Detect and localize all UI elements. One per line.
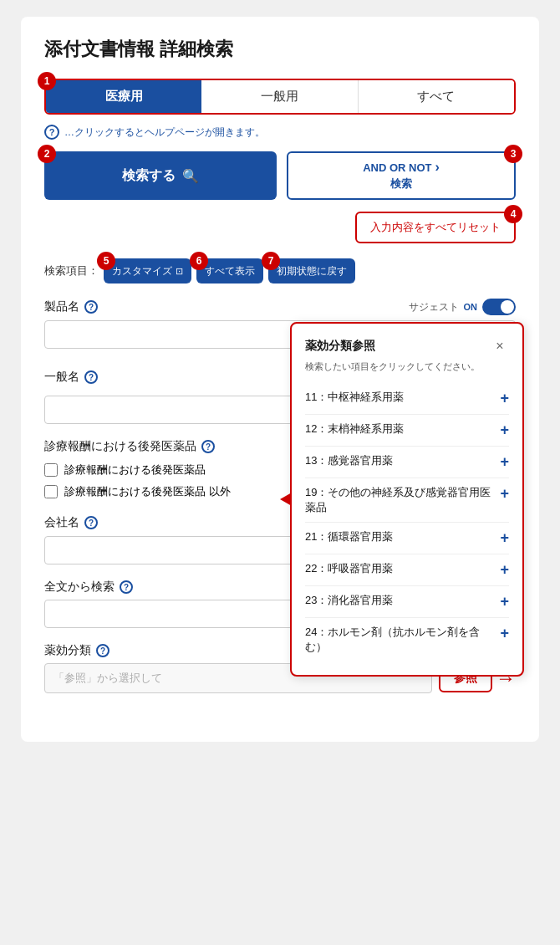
popup-item[interactable]: 13：感覚器官用薬+ <box>305 447 509 478</box>
popup-item[interactable]: 22：呼吸器官用薬+ <box>305 554 509 586</box>
popup-header: 薬効分類参照 × <box>305 337 509 355</box>
reset-button[interactable]: 入力内容をすべてリセット <box>355 212 516 243</box>
and-or-label1: AND OR NOT <box>363 161 431 174</box>
yakkou-help-icon[interactable]: ? <box>96 644 109 657</box>
badge-2: 2 <box>38 145 56 163</box>
popup-item-label: 12：末梢神経系用薬 <box>305 421 500 437</box>
popup-item[interactable]: 21：循環器官用薬+ <box>305 523 509 554</box>
customize-button[interactable]: カスタマイズ ⊡ <box>104 258 191 284</box>
help-row: ? …クリックするとヘルプページが開きます。 <box>44 125 516 140</box>
popup-plus-icon: + <box>500 390 509 407</box>
generic-name-help-icon[interactable]: ? <box>84 370 98 384</box>
popup-close-button[interactable]: × <box>491 337 509 355</box>
popup-item[interactable]: 23：消化器官用薬+ <box>305 586 509 618</box>
page-container: 添付文書情報 詳細検索 1 医療用 一般用 すべて ? …クリックするとヘルプペ… <box>21 17 539 742</box>
badge-3: 3 <box>504 145 522 163</box>
popup-item[interactable]: 11：中枢神経系用薬+ <box>305 383 509 415</box>
search-button-label: 検索する <box>122 167 176 185</box>
chevron-right-icon: › <box>435 160 440 175</box>
popup-item-label: 23：消化器官用薬 <box>305 593 500 608</box>
help-text: …クリックするとヘルプページが開きます。 <box>64 125 265 140</box>
checkbox-label-1: 診療報酬における後発医薬品 <box>64 462 206 478</box>
badge-5: 5 <box>97 252 115 270</box>
popup-item-label: 11：中枢神経系用薬 <box>305 390 500 405</box>
badge-7: 7 <box>262 252 280 270</box>
yakkou-text: 薬効分類 <box>44 643 91 658</box>
popup-plus-icon: + <box>500 529 509 547</box>
and-or-label2: 検索 <box>390 176 412 192</box>
yakkou-section: 薬効分類 ? 9 「参照」から選択して 参照 → 薬効分類参照 × 検索したい項… <box>44 643 516 693</box>
popup-plus-icon: + <box>500 593 509 610</box>
yakkou-label: 薬効分類 ? <box>44 643 109 658</box>
search-items-label: 検索項目： <box>44 263 99 278</box>
checkbox-label-2: 診療報酬における後発医薬品 以外 <box>64 484 231 499</box>
tab-medical[interactable]: 医療用 <box>46 80 201 113</box>
popup-plus-icon: + <box>500 485 509 503</box>
external-link-icon: ⊡ <box>176 266 183 277</box>
popup-plus-icon: + <box>500 625 509 642</box>
company-name-text: 会社名 <box>44 515 79 530</box>
generic-name-label: 一般名 ? <box>44 370 98 385</box>
page-title: 添付文書情報 詳細検索 <box>44 37 516 62</box>
reset-row: 4 入力内容をすべてリセット <box>44 212 516 243</box>
generic-name-text: 一般名 <box>44 370 79 385</box>
search-items-header: 検索項目： 5 カスタマイズ ⊡ 6 すべて表示 7 初期状態に戻す <box>44 258 516 284</box>
tab-general[interactable]: 一般用 <box>201 80 358 113</box>
company-name-help-icon[interactable]: ? <box>84 516 98 529</box>
fulltext-text: 全文から検索 <box>44 580 115 595</box>
badge-6: 6 <box>190 252 208 270</box>
product-suggest-label: サジェスト <box>409 300 459 314</box>
customize-label: カスタマイズ <box>112 265 172 277</box>
reset-initial-label: 初期状態に戻す <box>277 265 347 277</box>
popup-arrow <box>280 493 292 506</box>
generic-drug-text: 診療報酬における後発医薬品 <box>44 439 196 454</box>
popup-item-label: 24：ホルモン剤（抗ホルモン剤を含む） <box>305 625 500 655</box>
popup-hint: 検索したい項目をクリックしてください。 <box>305 360 509 373</box>
popup-plus-icon: + <box>500 453 509 471</box>
popup-item[interactable]: 19：その他の神経系及び感覚器官用医薬品+ <box>305 478 509 523</box>
checkbox-generic-drug-1[interactable] <box>44 463 58 477</box>
tab-all[interactable]: すべて <box>359 80 514 113</box>
product-suggest-row: サジェスト ON <box>409 299 517 315</box>
popup-item-label: 19：その他の神経系及び感覚器官用医薬品 <box>305 485 500 515</box>
popup-plus-icon: + <box>500 561 509 579</box>
product-suggest-toggle[interactable] <box>482 299 516 315</box>
fulltext-label: 全文から検索 ? <box>44 580 133 595</box>
product-name-label: 製品名 ? <box>44 299 98 314</box>
reset-initial-button[interactable]: 初期状態に戻す <box>268 258 355 284</box>
badge-1: 1 <box>38 72 56 90</box>
popup-title: 薬効分類参照 <box>305 339 375 354</box>
and-or-button[interactable]: AND OR NOT › 検索 <box>287 151 516 200</box>
generic-drug-help-icon[interactable]: ? <box>201 440 215 453</box>
and-or-inner: AND OR NOT › <box>363 160 440 175</box>
popup-items-list: 11：中枢神経系用薬+12：末梢神経系用薬+13：感覚器官用薬+19：その他の神… <box>305 383 509 662</box>
product-name-help-icon[interactable]: ? <box>84 300 98 314</box>
badge-4: 4 <box>504 205 522 223</box>
yakkou-popup: 薬効分類参照 × 検索したい項目をクリックしてください。 11：中枢神経系用薬+… <box>290 322 524 677</box>
checkbox-generic-drug-2[interactable] <box>44 485 58 498</box>
popup-item[interactable]: 12：末梢神経系用薬+ <box>305 415 509 447</box>
search-icon: 🔍 <box>182 168 199 184</box>
product-toggle-on-label: ON <box>464 302 478 312</box>
popup-item-label: 21：循環器官用薬 <box>305 529 500 544</box>
company-name-label: 会社名 ? <box>44 515 98 530</box>
show-all-label: すべて表示 <box>205 265 255 277</box>
product-name-text: 製品名 <box>44 299 79 314</box>
help-icon[interactable]: ? <box>44 125 59 140</box>
popup-plus-icon: + <box>500 421 509 439</box>
popup-item-label: 22：呼吸器官用薬 <box>305 561 500 576</box>
popup-item-label: 13：感覚器官用薬 <box>305 453 500 468</box>
search-button[interactable]: 検索する 🔍 <box>44 151 277 200</box>
fulltext-help-icon[interactable]: ? <box>120 580 133 594</box>
popup-item[interactable]: 24：ホルモン剤（抗ホルモン剤を含む）+ <box>305 618 509 662</box>
search-row: 検索する 🔍 AND OR NOT › 検索 <box>44 151 516 200</box>
product-name-label-row: 製品名 ? サジェスト ON <box>44 299 516 315</box>
tab-group: 医療用 一般用 すべて <box>44 79 516 115</box>
